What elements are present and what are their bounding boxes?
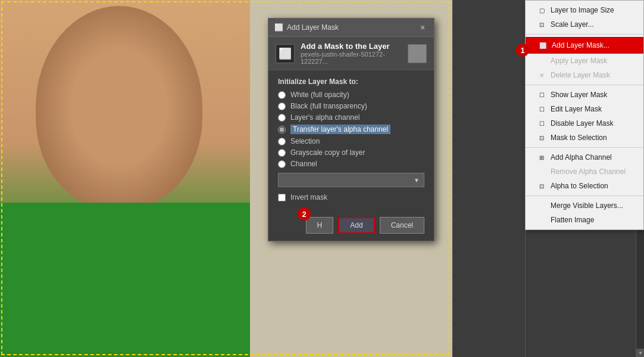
layer-to-size-icon: ▢ (537, 6, 546, 14)
mask-to-selection-label: Mask to Selection (551, 134, 607, 142)
menu-item-layer-to-size[interactable]: ▢Layer to Image Size (526, 3, 643, 17)
layer-thumbnail (408, 44, 427, 63)
dialog-body: Initialize Layer Mask to: White (full op… (268, 70, 434, 217)
delete-layer-mask-label: Delete Layer Mask (551, 71, 610, 79)
radio-selection[interactable]: Selection (278, 137, 424, 145)
add-alpha-channel-label: Add Alpha Channel (551, 153, 612, 162)
menu-separator-8 (526, 147, 643, 148)
channel-dropdown-row: ▼ (278, 173, 424, 187)
channel-dropdown[interactable] (278, 173, 424, 187)
flatten-image-icon-spacer (537, 216, 546, 224)
menu-item-delete-layer-mask: ✕Delete Layer Mask (526, 68, 643, 82)
radio-black[interactable]: Black (full transparency) (278, 102, 424, 110)
disable-layer-mask-icon: ☐ (537, 119, 546, 128)
menu-item-merge-visible[interactable]: Merge Visible Layers... (526, 198, 643, 213)
remove-alpha-channel-icon-spacer (537, 167, 546, 176)
help-button[interactable]: H (306, 217, 334, 234)
radio-alpha-label: Layer's alpha channel (290, 113, 359, 122)
dialog-header-icon: ⬜ (276, 44, 295, 63)
menu-item-apply-layer-mask: Apply Layer Mask (526, 54, 643, 68)
person-head (36, 6, 202, 209)
flatten-image-label: Flatten Image (551, 216, 594, 224)
radio-white[interactable]: White (full opacity) (278, 91, 424, 99)
badge-1: 1 (516, 44, 529, 57)
menu-item-edit-layer-mask[interactable]: ☐Edit Layer Mask (526, 102, 643, 116)
dialog-buttons: H Add Cancel (268, 217, 434, 241)
scroll-down-button[interactable]: ▼ (636, 349, 644, 357)
dialog-header-subtitle: pexels-justin-shaifer-501272-122227... (301, 51, 402, 65)
dialog-title: ⬜ Add Layer Mask (274, 23, 339, 32)
delete-layer-mask-icon: ✕ (537, 71, 546, 79)
context-menu: ▢Layer to Image Size⊡Scale Layer...⬜Add … (525, 0, 644, 230)
edit-layer-mask-label: Edit Layer Mask (551, 105, 602, 113)
invert-mask-label: Invert mask (290, 193, 327, 201)
merge-visible-icon-spacer (537, 201, 546, 210)
scale-layer-icon: ⊡ (537, 20, 546, 29)
menu-separator-4 (526, 85, 643, 85)
radio-grayscale[interactable]: Grayscale copy of layer (278, 148, 424, 157)
show-layer-mask-label: Show Layer Mask (551, 91, 607, 99)
invert-mask-row[interactable]: Invert mask (278, 193, 424, 201)
radio-transfer[interactable]: Transfer layer's alpha channel (278, 125, 424, 134)
badge-2: 2 (298, 207, 311, 221)
face-area: SCIENCE (0, 0, 250, 357)
menu-item-add-layer-mask[interactable]: ⬜Add Layer Mask... (526, 37, 643, 54)
apply-layer-mask-icon-spacer (537, 57, 546, 65)
close-button[interactable]: × (417, 22, 428, 33)
add-layer-mask-label: Add Layer Mask... (552, 41, 609, 49)
edit-layer-mask-icon: ☐ (537, 105, 546, 113)
menu-item-disable-layer-mask[interactable]: ☐Disable Layer Mask (526, 116, 643, 131)
radio-grayscale-label: Grayscale copy of layer (290, 148, 365, 157)
menu-item-scale-layer[interactable]: ⊡Scale Layer... (526, 17, 643, 32)
menu-item-add-alpha-channel[interactable]: ⊞Add Alpha Channel (526, 150, 643, 164)
menu-item-alpha-to-selection[interactable]: ⊡Alpha to Selection (526, 179, 643, 193)
add-button[interactable]: Add (338, 217, 374, 234)
channel-dropdown-wrapper: ▼ (278, 173, 424, 187)
dialog-header-text: Add a Mask to the Layer pexels-justin-sh… (301, 42, 402, 65)
menu-item-mask-to-selection[interactable]: ⊡Mask to Selection (526, 131, 643, 145)
mask-to-selection-icon: ⊡ (537, 134, 546, 142)
invert-mask-checkbox[interactable] (278, 194, 286, 201)
menu-item-flatten-image[interactable]: Flatten Image (526, 213, 643, 227)
add-layer-mask-icon: ⬜ (539, 41, 547, 49)
dialog-header-title: Add a Mask to the Layer (301, 42, 402, 51)
radio-selection-label: Selection (290, 137, 320, 145)
section-title: Initialize Layer Mask to: (278, 77, 424, 86)
add-alpha-channel-icon: ⊞ (537, 153, 546, 162)
radio-channel-label: Channel (290, 160, 317, 168)
layer-to-size-label: Layer to Image Size (551, 6, 614, 14)
menu-item-remove-alpha-channel: Remove Alpha Channel (526, 164, 643, 179)
alpha-to-selection-icon: ⊡ (537, 182, 546, 190)
remove-alpha-channel-label: Remove Alpha Channel (551, 167, 626, 176)
dialog-header: ⬜ Add a Mask to the Layer pexels-justin-… (268, 37, 434, 70)
apply-layer-mask-label: Apply Layer Mask (551, 57, 607, 65)
radio-channel[interactable]: Channel (278, 160, 424, 168)
radio-black-label: Black (full transparency) (290, 102, 367, 110)
add-layer-mask-dialog: ⬜ Add Layer Mask × ⬜ Add a Mask to the L… (268, 18, 434, 241)
radio-transfer-label: Transfer layer's alpha channel (290, 125, 390, 134)
mask-icon: ⬜ (274, 23, 283, 32)
person-shirt: SCIENCE (0, 203, 250, 357)
alpha-to-selection-label: Alpha to Selection (551, 182, 608, 190)
scale-layer-label: Scale Layer... (551, 20, 594, 29)
cancel-button[interactable]: Cancel (380, 217, 424, 234)
menu-separator-1 (526, 34, 643, 35)
menu-separator-11 (526, 195, 643, 196)
merge-visible-label: Merge Visible Layers... (551, 201, 623, 210)
disable-layer-mask-label: Disable Layer Mask (551, 119, 613, 128)
dialog-titlebar: ⬜ Add Layer Mask × (268, 18, 434, 37)
menu-item-show-layer-mask[interactable]: ☐Show Layer Mask (526, 88, 643, 102)
mask-header-icon: ⬜ (279, 47, 292, 60)
show-layer-mask-icon: ☐ (537, 91, 546, 99)
radio-white-label: White (full opacity) (290, 91, 349, 99)
radio-alpha[interactable]: Layer's alpha channel (278, 113, 424, 122)
